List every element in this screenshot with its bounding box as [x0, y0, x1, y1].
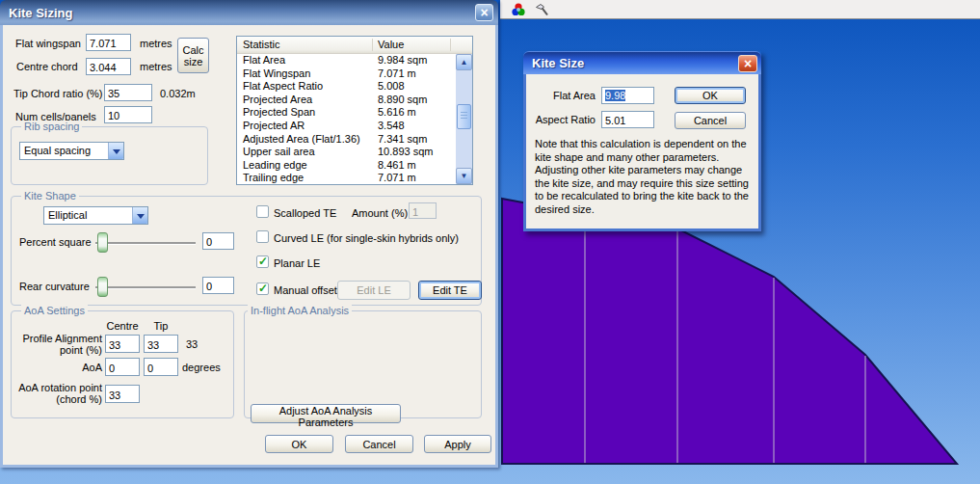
table-row[interactable]: Adjusted Area (Flat/1.36)7.341 sqm	[237, 133, 456, 147]
edit-te-button[interactable]: Edit TE	[418, 281, 482, 300]
column-statistic[interactable]: Statistic	[243, 39, 280, 50]
statistics-scrollbar[interactable]: ▲ ▼	[456, 54, 472, 184]
profile-alignment-label: Profile Alignment point (%)	[9, 333, 102, 356]
table-row[interactable]: Projected AR3.548	[237, 120, 456, 133]
kite-shape-select[interactable]: Elliptical	[43, 206, 148, 225]
percent-square-input[interactable]	[202, 232, 234, 250]
rear-curvature-input[interactable]	[202, 277, 234, 294]
chevron-down-icon[interactable]	[108, 143, 123, 159]
percent-square-slider-thumb[interactable]	[97, 232, 108, 253]
cancel-button[interactable]: Cancel	[345, 435, 413, 453]
chevron-down-icon[interactable]	[132, 207, 147, 224]
aoa-rotation-label: AoA rotation point (chord %)	[9, 382, 102, 405]
aoa-label: AoA	[9, 362, 102, 373]
centre-chord-input[interactable]	[86, 58, 131, 75]
profile-centre-input[interactable]	[105, 335, 140, 353]
curved-le-checkbox[interactable]	[256, 230, 269, 243]
cancel-button[interactable]: Cancel	[675, 112, 746, 129]
kite-sizing-dialog: Kite Sizing × Flat wingspan metres Calc …	[0, 0, 498, 468]
table-row[interactable]: Flat Area9.984 sqm	[237, 54, 456, 67]
flat-wingspan-label: Flat wingspan	[15, 38, 81, 49]
table-row[interactable]: Trailing edge7.071 m	[237, 172, 456, 184]
table-row[interactable]: Projected Area8.890 sqm	[237, 94, 456, 107]
rib-spacing-value: Equal spacing	[24, 145, 91, 156]
rear-curvature-slider-thumb[interactable]	[97, 277, 108, 297]
aoa-centre-header: Centre	[105, 320, 140, 332]
kite-size-dialog: Kite Size × Flat Area 9.98 OK Aspect Rat…	[523, 51, 761, 231]
application-window: Kite Sizing × Flat wingspan metres Calc …	[0, 0, 980, 484]
table-row[interactable]: Leading edge8.461 m	[237, 159, 456, 173]
column-divider	[372, 39, 373, 51]
tip-chord-ratio-label: Tip Chord ratio (%)	[13, 88, 103, 99]
color-wheel-icon[interactable]	[510, 2, 527, 17]
statistics-rows: Flat Area9.984 sqmFlat Wingspan7.071 mFl…	[237, 54, 456, 184]
column-value[interactable]: Value	[378, 39, 404, 50]
percent-square-label: Percent square	[19, 236, 92, 248]
edit-le-button: Edit LE	[337, 281, 411, 300]
centre-chord-label: Centre chord	[16, 61, 78, 72]
tools-hammer-icon[interactable]	[533, 2, 550, 17]
kite-half-planform	[502, 199, 957, 464]
aoa-tip-header: Tip	[144, 320, 178, 332]
apply-button[interactable]: Apply	[424, 435, 491, 453]
tip-chord-ratio-input[interactable]	[104, 84, 152, 101]
flat-wingspan-unit: metres	[140, 38, 172, 49]
column-divider	[450, 39, 451, 51]
tip-chord-metres-label: 0.032m	[160, 88, 196, 99]
scalloped-te-checkbox[interactable]	[256, 205, 269, 218]
scroll-up-icon[interactable]: ▲	[456, 54, 472, 70]
scroll-down-icon[interactable]: ▼	[456, 168, 472, 184]
statistics-list: Statistic Value Flat Area9.984 sqmFlat W…	[236, 36, 473, 185]
manual-offsets-checkbox[interactable]	[256, 282, 269, 295]
aoa-unit-label: degrees	[182, 362, 221, 373]
centre-chord-unit: metres	[140, 61, 172, 72]
curved-le-label: Curved LE (for single-skin hybrids only)	[274, 232, 459, 244]
inflight-aoa-group-label: In-flight AoA Analysis	[248, 305, 352, 316]
selected-text: 9.98	[605, 90, 625, 101]
rear-curvature-slider-track[interactable]	[95, 286, 196, 288]
rib-spacing-select[interactable]: Equal spacing	[19, 142, 124, 160]
rib-spacing-group-label: Rib spacing	[21, 121, 82, 132]
flat-wingspan-input[interactable]	[86, 34, 131, 51]
amount-input	[409, 202, 437, 219]
flat-area-label: Flat Area	[534, 90, 596, 101]
app-toolbar	[500, 0, 980, 19]
scalloped-te-label: Scalloped TE	[274, 207, 336, 219]
aoa-centre-input[interactable]	[105, 358, 140, 376]
percent-square-slider-track[interactable]	[95, 242, 196, 244]
note-text: Note that this calculation is dependent …	[535, 138, 757, 216]
aoa-tip-input[interactable]	[144, 358, 178, 376]
aoa-rotation-input[interactable]	[105, 385, 140, 403]
kite-shape-value: Elliptical	[48, 209, 87, 221]
calc-size-button[interactable]: Calc size	[177, 38, 209, 73]
amount-label: Amount (%)	[352, 207, 408, 219]
kite-shape-group-label: Kite Shape	[21, 190, 79, 202]
table-row[interactable]: Flat Aspect Ratio5.008	[237, 80, 456, 94]
num-cells-input[interactable]	[104, 106, 152, 123]
rear-curvature-label: Rear curvature	[19, 281, 90, 292]
profile-tip-input[interactable]	[144, 335, 178, 353]
ok-button[interactable]: OK	[265, 435, 333, 453]
table-row[interactable]: Upper sail area10.893 sqm	[237, 146, 456, 159]
scrollbar-thumb[interactable]	[457, 104, 471, 129]
statistics-header[interactable]: Statistic Value	[237, 37, 472, 54]
profile-static-value: 33	[186, 338, 198, 350]
table-row[interactable]: Flat Wingspan7.071 m	[237, 67, 456, 81]
aspect-ratio-label: Aspect Ratio	[534, 114, 596, 125]
aspect-ratio-input[interactable]	[601, 111, 654, 128]
inflight-aoa-group: In-flight AoA Analysis	[244, 310, 482, 418]
aoa-settings-group-label: AoA Settings	[21, 305, 88, 316]
planar-le-checkbox[interactable]	[256, 255, 269, 268]
flat-area-input[interactable]: 9.98	[601, 87, 654, 104]
table-row[interactable]: Projected Span5.616 m	[237, 106, 456, 120]
adjust-aoa-parameters-button[interactable]: Adjust AoA Analysis Parameters	[251, 404, 401, 423]
manual-offsets-label: Manual offsets	[274, 284, 342, 296]
ok-button[interactable]: OK	[675, 87, 746, 104]
planar-le-label: Planar LE	[274, 257, 320, 269]
